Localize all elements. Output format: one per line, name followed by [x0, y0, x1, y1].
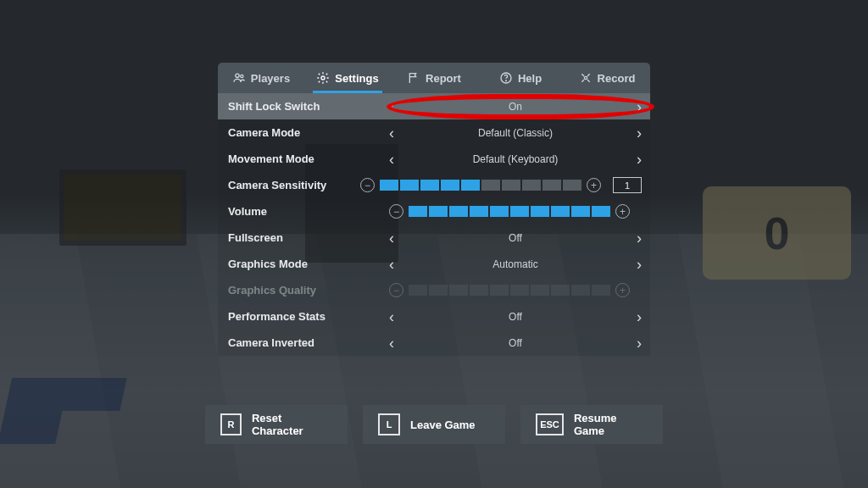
- reset-character-button[interactable]: R Reset Character: [205, 405, 348, 444]
- chevron-left-icon[interactable]: ‹: [389, 336, 406, 351]
- setting-label: Shift Lock Switch: [228, 100, 389, 113]
- setting-label: Camera Inverted: [228, 336, 389, 349]
- minus-button[interactable]: −: [389, 204, 403, 219]
- slider-segment: [481, 180, 500, 191]
- slider-segment: [400, 180, 419, 191]
- setting-value: Default (Keyboard): [406, 153, 625, 165]
- svg-point-0: [236, 74, 239, 77]
- selector-graphics-mode: ‹ Automatic ›: [389, 257, 642, 272]
- row-camera-sensitivity: Camera Sensitivity − + 1: [218, 172, 650, 198]
- row-volume: Volume − +: [218, 198, 650, 225]
- row-camera-inverted: Camera Inverted ‹ Off ›: [218, 330, 650, 356]
- setting-label: Camera Mode: [228, 126, 389, 139]
- row-performance-stats: Performance Stats ‹ Off ›: [218, 303, 650, 330]
- tab-report[interactable]: Report: [391, 63, 477, 93]
- slider-segment: [510, 285, 529, 296]
- players-icon: [232, 71, 246, 85]
- tab-record[interactable]: Record: [564, 63, 650, 93]
- setting-label: Movement Mode: [228, 152, 389, 165]
- chevron-left-icon[interactable]: ‹: [389, 309, 406, 324]
- slider-segment: [449, 206, 468, 217]
- slider-segment: [470, 206, 488, 217]
- record-icon: [579, 71, 593, 85]
- setting-label: Camera Sensitivity: [228, 179, 360, 191]
- slider-segment: [470, 285, 488, 296]
- resume-game-button[interactable]: ESC Resume Game: [520, 405, 663, 444]
- button-label: Resume Game: [574, 412, 648, 437]
- tab-label: Players: [251, 72, 290, 85]
- setting-value: Automatic: [406, 258, 625, 270]
- settings-icon: [316, 71, 330, 85]
- slider-segment: [551, 206, 570, 217]
- slider-segment: [592, 206, 610, 217]
- setting-value: Default (Classic): [406, 127, 625, 139]
- slider-segment: [429, 206, 448, 217]
- slider-segment: [490, 206, 509, 217]
- help-icon: [499, 71, 513, 85]
- chevron-right-icon[interactable]: ›: [625, 125, 642, 141]
- setting-label: Graphics Mode: [228, 258, 389, 270]
- row-movement-mode: Movement Mode ‹ Default (Keyboard) ›: [218, 146, 650, 172]
- key-hint: L: [378, 413, 400, 435]
- chevron-left-icon[interactable]: ‹: [389, 257, 406, 272]
- selector-fullscreen: ‹ Off ›: [389, 230, 642, 246]
- selector-shift-lock: ‹ On ›: [389, 99, 642, 114]
- escape-menu: Players Settings Report Help Record Shif…: [218, 63, 650, 356]
- slider-segment: [551, 285, 570, 296]
- minus-button: −: [389, 283, 403, 297]
- row-camera-mode: Camera Mode ‹ Default (Classic) ›: [218, 119, 650, 146]
- setting-label: Volume: [228, 205, 389, 218]
- setting-label: Fullscreen: [228, 231, 389, 244]
- graphics-quality-slider: [409, 285, 610, 296]
- chevron-right-icon[interactable]: ›: [625, 152, 642, 167]
- svg-point-1: [241, 75, 243, 77]
- chevron-left-icon[interactable]: ‹: [389, 99, 406, 114]
- selector-movement-mode: ‹ Default (Keyboard) ›: [389, 152, 642, 167]
- sensitivity-input[interactable]: 1: [613, 177, 642, 193]
- row-fullscreen: Fullscreen ‹ Off ›: [218, 225, 650, 251]
- plus-button[interactable]: +: [587, 178, 601, 192]
- svg-point-2: [321, 76, 325, 80]
- slider-segment: [429, 285, 448, 296]
- button-label: Reset Character: [252, 412, 332, 437]
- svg-point-5: [584, 76, 587, 79]
- chevron-right-icon[interactable]: ›: [625, 336, 642, 351]
- slider-segment: [522, 180, 541, 191]
- minus-button[interactable]: −: [360, 178, 375, 192]
- settings-rows: Shift Lock Switch ‹ On › Camera Mode ‹ D…: [218, 93, 650, 356]
- slider-segment: [592, 285, 610, 296]
- volume-slider[interactable]: [409, 206, 610, 217]
- chevron-right-icon[interactable]: ›: [625, 99, 642, 114]
- slider-segment: [449, 285, 468, 296]
- footer-buttons: R Reset Character L Leave Game ESC Resum…: [205, 405, 663, 444]
- slider-segment: [563, 180, 581, 191]
- slider-segment: [441, 180, 459, 191]
- setting-label: Graphics Quality: [228, 284, 389, 297]
- slider-segment: [490, 285, 509, 296]
- chevron-right-icon[interactable]: ›: [625, 230, 642, 246]
- key-hint: ESC: [536, 413, 564, 435]
- setting-value: On: [406, 101, 625, 113]
- chevron-left-icon[interactable]: ‹: [389, 152, 406, 167]
- selector-camera-inverted: ‹ Off ›: [389, 336, 642, 351]
- slider-segment: [420, 180, 439, 191]
- chevron-right-icon[interactable]: ›: [625, 257, 642, 272]
- slider-segment: [409, 206, 427, 217]
- slider-segment: [531, 285, 549, 296]
- slider-segment: [461, 180, 480, 191]
- slider-segment: [380, 180, 398, 191]
- slider-segment: [542, 180, 561, 191]
- tab-help[interactable]: Help: [477, 63, 564, 93]
- slider-segment: [409, 285, 427, 296]
- plus-button[interactable]: +: [615, 204, 630, 219]
- row-graphics-quality: Graphics Quality − +: [218, 277, 650, 303]
- tab-settings[interactable]: Settings: [304, 63, 391, 93]
- chevron-right-icon[interactable]: ›: [625, 309, 642, 324]
- tab-players[interactable]: Players: [218, 63, 304, 93]
- sensitivity-slider[interactable]: [380, 180, 581, 191]
- chevron-left-icon[interactable]: ‹: [389, 230, 406, 246]
- slider-segment: [510, 206, 529, 217]
- chevron-left-icon[interactable]: ‹: [389, 125, 406, 141]
- leave-game-button[interactable]: L Leave Game: [363, 405, 505, 444]
- button-label: Leave Game: [410, 419, 476, 431]
